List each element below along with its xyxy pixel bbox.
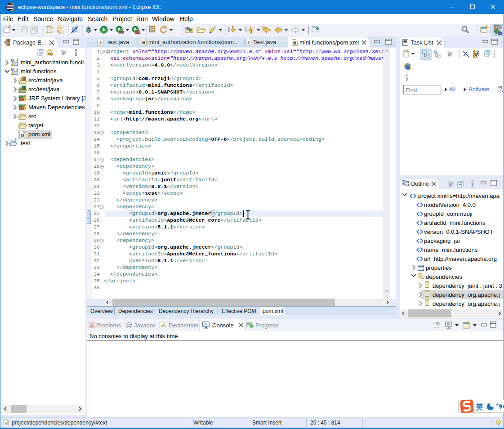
svg-text:M: M (143, 41, 145, 44)
svg-text:@: @ (126, 322, 132, 329)
svg-text:M: M (294, 41, 296, 45)
svg-text:J: J (100, 40, 102, 45)
svg-text:J: J (248, 40, 250, 45)
svg-text:?: ? (500, 87, 502, 92)
svg-text:J: J (499, 24, 502, 31)
